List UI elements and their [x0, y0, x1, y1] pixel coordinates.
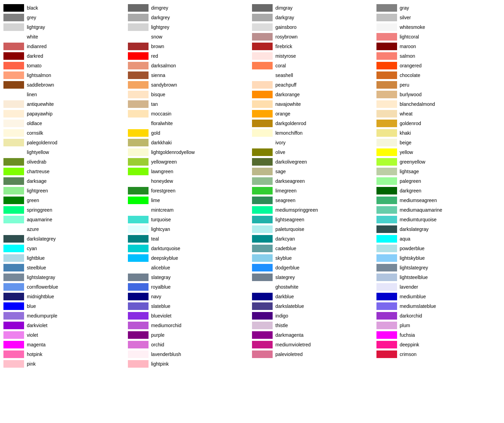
color-name-label: hotpink	[27, 352, 42, 357]
color-swatch	[376, 322, 397, 329]
color-item: navy	[128, 292, 252, 301]
color-swatch	[3, 322, 24, 329]
color-item: mediumslateblue	[376, 302, 501, 311]
color-swatch	[252, 254, 273, 262]
color-name-label: lavender	[400, 284, 418, 290]
color-name-label: lightsalmon	[27, 73, 51, 78]
color-name-label: darkred	[27, 53, 43, 59]
color-swatch	[128, 177, 149, 185]
color-swatch	[3, 110, 24, 118]
color-swatch	[128, 225, 149, 233]
color-name-label: palegreen	[400, 178, 421, 184]
color-swatch	[3, 14, 24, 21]
color-swatch	[376, 274, 397, 281]
color-swatch	[128, 360, 149, 368]
color-swatch	[376, 168, 397, 175]
color-item: burlywood	[376, 90, 501, 99]
color-item: goldenrod	[376, 119, 501, 128]
color-swatch	[376, 33, 397, 41]
color-item: lightsage	[376, 167, 501, 176]
color-item: plum	[376, 321, 501, 330]
color-item: steelblue	[3, 263, 128, 272]
color-name-label: yellowgreen	[151, 159, 177, 165]
color-name-label: darkorchid	[400, 313, 422, 319]
color-name-label: lightsteelblue	[400, 275, 428, 280]
color-swatch	[252, 100, 273, 108]
color-name-label: snow	[151, 34, 163, 40]
color-item: moccasin	[128, 109, 252, 118]
color-name-label: papayawhip	[27, 111, 53, 116]
color-swatch	[252, 177, 273, 185]
color-swatch	[3, 158, 24, 166]
color-name-label: mediumaquamarine	[400, 207, 442, 213]
color-swatch	[3, 43, 24, 50]
color-item: gold	[128, 129, 252, 137]
color-item: springgreen	[3, 205, 128, 214]
color-name-label: forestgreen	[151, 188, 176, 193]
color-item: lightslategray	[3, 273, 128, 282]
color-swatch	[128, 187, 149, 194]
color-name-label: gray	[400, 5, 409, 11]
color-name-label: darkgray	[275, 15, 294, 20]
color-item: ghostwhite	[252, 282, 376, 291]
color-swatch	[128, 110, 149, 118]
color-item: greenyellow	[376, 157, 501, 166]
color-item: violet	[3, 331, 128, 339]
color-name-label: navy	[151, 294, 162, 299]
color-name-label: slategray	[151, 275, 171, 280]
color-swatch	[376, 293, 397, 300]
color-name-label: darkcyan	[275, 236, 295, 242]
color-swatch	[252, 322, 273, 329]
color-item: lavenderblush	[128, 350, 252, 359]
color-item: skyblue	[252, 254, 376, 263]
color-name-label: oldlace	[27, 121, 42, 126]
color-name-label: darkblue	[275, 294, 294, 299]
color-swatch	[252, 197, 273, 204]
color-item: antiquewhite	[3, 100, 128, 109]
color-item: palegreen	[376, 177, 501, 186]
color-item: slategrey	[252, 273, 376, 282]
color-name-label: darkslategrey	[27, 236, 56, 242]
color-item: palevioletred	[252, 350, 376, 359]
color-swatch	[3, 302, 24, 310]
color-swatch	[3, 216, 24, 223]
color-swatch	[252, 331, 273, 339]
color-name-label: lightpink	[151, 361, 169, 367]
color-item: paleturquoise	[252, 225, 376, 234]
color-item: slateblue	[128, 302, 252, 311]
color-item: darkmagenta	[252, 331, 376, 339]
color-name-label: cadetblue	[275, 246, 296, 251]
color-item: grey	[3, 13, 128, 22]
color-item: azure	[3, 225, 128, 234]
color-name-label: royalblue	[151, 284, 171, 290]
color-name-label: ivory	[275, 140, 286, 145]
color-item: lightblue	[3, 254, 128, 263]
color-swatch	[376, 187, 397, 194]
color-item: tomato	[3, 61, 128, 70]
color-item: deepskyblue	[128, 254, 252, 263]
color-item: bisque	[128, 90, 252, 99]
color-swatch	[3, 331, 24, 339]
color-item: deeppink	[376, 340, 501, 349]
color-swatch	[3, 120, 24, 127]
color-swatch	[376, 43, 397, 50]
color-item: thistle	[252, 321, 376, 330]
color-item: firebrick	[252, 42, 376, 51]
color-item: black	[3, 3, 128, 12]
color-name-label: dimgray	[275, 5, 293, 11]
color-item: mediumspringgreen	[252, 205, 376, 214]
color-item: lightgreen	[3, 186, 128, 195]
color-item: lightsteelblue	[376, 273, 501, 282]
color-name-label: mediumslateblue	[400, 303, 436, 309]
color-item: chartreuse	[3, 167, 128, 176]
color-item: lightgoldenrodyellow	[128, 148, 252, 157]
color-name-label: deepskyblue	[151, 255, 178, 261]
color-item: darkviolet	[3, 321, 128, 330]
color-swatch	[3, 360, 24, 368]
color-swatch	[252, 43, 273, 50]
color-item: lightyellow	[3, 148, 128, 157]
color-swatch	[128, 52, 149, 60]
color-name-label: deeppink	[400, 342, 419, 347]
color-name-label: maroon	[400, 44, 416, 49]
color-item: lightslategrey	[376, 263, 501, 272]
